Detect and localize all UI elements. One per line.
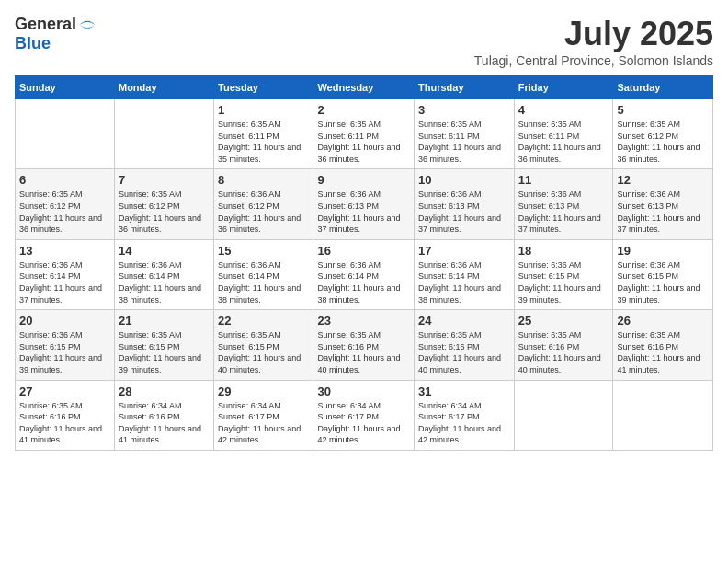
day-info: Sunrise: 6:36 AM Sunset: 6:14 PM Dayligh… (317, 259, 410, 305)
day-number: 22 (218, 314, 309, 327)
day-number: 8 (218, 173, 309, 187)
calendar-day-cell: 29Sunrise: 6:34 AM Sunset: 6:17 PM Dayli… (214, 380, 313, 450)
day-info: Sunrise: 6:34 AM Sunset: 6:17 PM Dayligh… (317, 400, 410, 446)
day-number: 27 (19, 385, 110, 398)
day-number: 9 (317, 173, 410, 187)
calendar-week-row: 1Sunrise: 6:35 AM Sunset: 6:11 PM Daylig… (16, 99, 713, 169)
day-info: Sunrise: 6:34 AM Sunset: 6:16 PM Dayligh… (119, 400, 210, 446)
day-info: Sunrise: 6:36 AM Sunset: 6:15 PM Dayligh… (19, 329, 110, 375)
day-info: Sunrise: 6:35 AM Sunset: 6:12 PM Dayligh… (19, 189, 110, 235)
day-info: Sunrise: 6:35 AM Sunset: 6:15 PM Dayligh… (119, 329, 210, 375)
day-number: 7 (119, 173, 210, 187)
logo-general-text: General (15, 15, 76, 34)
day-number: 21 (119, 314, 210, 327)
calendar-day-cell (16, 99, 115, 169)
calendar-day-cell: 1Sunrise: 6:35 AM Sunset: 6:11 PM Daylig… (214, 99, 313, 169)
day-info: Sunrise: 6:36 AM Sunset: 6:13 PM Dayligh… (518, 189, 609, 235)
month-title: July 2025 (474, 15, 713, 53)
day-number: 4 (518, 103, 609, 117)
day-number: 12 (617, 173, 709, 187)
calendar-day-cell: 10Sunrise: 6:36 AM Sunset: 6:13 PM Dayli… (415, 169, 515, 239)
calendar-table: SundayMondayTuesdayWednesdayThursdayFrid… (15, 75, 713, 451)
calendar-day-cell: 23Sunrise: 6:35 AM Sunset: 6:16 PM Dayli… (313, 310, 415, 380)
day-number: 6 (19, 173, 110, 187)
calendar-day-cell (514, 380, 613, 450)
day-info: Sunrise: 6:35 AM Sunset: 6:16 PM Dayligh… (518, 329, 609, 375)
day-info: Sunrise: 6:36 AM Sunset: 6:13 PM Dayligh… (317, 189, 410, 235)
day-info: Sunrise: 6:36 AM Sunset: 6:13 PM Dayligh… (418, 189, 510, 235)
day-number: 31 (418, 385, 510, 398)
day-number: 19 (617, 244, 709, 258)
day-number: 15 (218, 244, 309, 258)
calendar-day-cell: 21Sunrise: 6:35 AM Sunset: 6:15 PM Dayli… (114, 310, 213, 380)
day-info: Sunrise: 6:35 AM Sunset: 6:16 PM Dayligh… (617, 329, 709, 375)
day-info: Sunrise: 6:36 AM Sunset: 6:14 PM Dayligh… (418, 259, 510, 305)
calendar-day-cell: 31Sunrise: 6:34 AM Sunset: 6:17 PM Dayli… (415, 380, 515, 450)
day-number: 26 (617, 314, 709, 327)
calendar-day-cell: 25Sunrise: 6:35 AM Sunset: 6:16 PM Dayli… (514, 310, 613, 380)
calendar-week-row: 6Sunrise: 6:35 AM Sunset: 6:12 PM Daylig… (16, 169, 713, 239)
day-number: 23 (317, 314, 410, 327)
calendar-day-cell: 28Sunrise: 6:34 AM Sunset: 6:16 PM Dayli… (114, 380, 213, 450)
calendar-day-cell: 14Sunrise: 6:36 AM Sunset: 6:14 PM Dayli… (114, 239, 213, 309)
day-info: Sunrise: 6:34 AM Sunset: 6:17 PM Dayligh… (418, 400, 510, 446)
day-info: Sunrise: 6:35 AM Sunset: 6:16 PM Dayligh… (317, 329, 410, 375)
day-number: 29 (218, 385, 309, 398)
calendar-day-cell: 16Sunrise: 6:36 AM Sunset: 6:14 PM Dayli… (313, 239, 415, 309)
calendar-day-cell: 7Sunrise: 6:35 AM Sunset: 6:12 PM Daylig… (114, 169, 213, 239)
day-number: 25 (518, 314, 609, 327)
day-number: 28 (119, 385, 210, 398)
day-info: Sunrise: 6:35 AM Sunset: 6:16 PM Dayligh… (19, 400, 110, 446)
day-info: Sunrise: 6:36 AM Sunset: 6:14 PM Dayligh… (19, 259, 110, 305)
day-info: Sunrise: 6:36 AM Sunset: 6:14 PM Dayligh… (218, 259, 309, 305)
calendar-day-cell: 15Sunrise: 6:36 AM Sunset: 6:14 PM Dayli… (214, 239, 313, 309)
day-number: 11 (518, 173, 609, 187)
day-of-week-header: Wednesday (313, 76, 415, 99)
day-number: 14 (119, 244, 210, 258)
calendar-day-cell: 2Sunrise: 6:35 AM Sunset: 6:11 PM Daylig… (313, 99, 415, 169)
logo-blue-text: Blue (15, 34, 51, 53)
calendar-week-row: 13Sunrise: 6:36 AM Sunset: 6:14 PM Dayli… (16, 239, 713, 309)
calendar-day-cell: 6Sunrise: 6:35 AM Sunset: 6:12 PM Daylig… (16, 169, 115, 239)
title-section: July 2025 Tulagi, Central Province, Solo… (474, 15, 713, 68)
day-of-week-header: Friday (514, 76, 613, 99)
calendar-day-cell: 18Sunrise: 6:36 AM Sunset: 6:15 PM Dayli… (514, 239, 613, 309)
calendar-day-cell: 22Sunrise: 6:35 AM Sunset: 6:15 PM Dayli… (214, 310, 313, 380)
day-info: Sunrise: 6:36 AM Sunset: 6:12 PM Dayligh… (218, 189, 309, 235)
calendar-day-cell: 19Sunrise: 6:36 AM Sunset: 6:15 PM Dayli… (613, 239, 713, 309)
calendar-day-cell: 3Sunrise: 6:35 AM Sunset: 6:11 PM Daylig… (415, 99, 515, 169)
day-of-week-header: Monday (114, 76, 213, 99)
calendar-day-cell: 4Sunrise: 6:35 AM Sunset: 6:11 PM Daylig… (514, 99, 613, 169)
day-number: 17 (418, 244, 510, 258)
day-info: Sunrise: 6:35 AM Sunset: 6:11 PM Dayligh… (218, 119, 309, 165)
location-subtitle: Tulagi, Central Province, Solomon Island… (474, 53, 713, 68)
page-header: General Blue July 2025 Tulagi, Central P… (15, 15, 713, 68)
calendar-day-cell: 24Sunrise: 6:35 AM Sunset: 6:16 PM Dayli… (415, 310, 515, 380)
day-info: Sunrise: 6:35 AM Sunset: 6:12 PM Dayligh… (119, 189, 210, 235)
day-info: Sunrise: 6:35 AM Sunset: 6:11 PM Dayligh… (418, 119, 510, 165)
calendar-day-cell: 9Sunrise: 6:36 AM Sunset: 6:13 PM Daylig… (313, 169, 415, 239)
day-number: 1 (218, 103, 309, 117)
calendar-day-cell: 30Sunrise: 6:34 AM Sunset: 6:17 PM Dayli… (313, 380, 415, 450)
day-number: 24 (418, 314, 510, 327)
day-info: Sunrise: 6:34 AM Sunset: 6:17 PM Dayligh… (218, 400, 309, 446)
calendar-day-cell: 12Sunrise: 6:36 AM Sunset: 6:13 PM Dayli… (613, 169, 713, 239)
day-info: Sunrise: 6:36 AM Sunset: 6:14 PM Dayligh… (119, 259, 210, 305)
calendar-day-cell: 13Sunrise: 6:36 AM Sunset: 6:14 PM Dayli… (16, 239, 115, 309)
day-of-week-header: Sunday (16, 76, 115, 99)
day-of-week-header: Thursday (415, 76, 515, 99)
calendar-day-cell: 5Sunrise: 6:35 AM Sunset: 6:12 PM Daylig… (613, 99, 713, 169)
day-info: Sunrise: 6:35 AM Sunset: 6:11 PM Dayligh… (317, 119, 410, 165)
calendar-day-cell: 27Sunrise: 6:35 AM Sunset: 6:16 PM Dayli… (16, 380, 115, 450)
logo: General Blue (15, 15, 97, 53)
day-info: Sunrise: 6:36 AM Sunset: 6:15 PM Dayligh… (617, 259, 709, 305)
calendar-week-row: 20Sunrise: 6:36 AM Sunset: 6:15 PM Dayli… (16, 310, 713, 380)
day-number: 3 (418, 103, 510, 117)
day-number: 13 (19, 244, 110, 258)
calendar-day-cell: 8Sunrise: 6:36 AM Sunset: 6:12 PM Daylig… (214, 169, 313, 239)
calendar-day-cell: 20Sunrise: 6:36 AM Sunset: 6:15 PM Dayli… (16, 310, 115, 380)
calendar-day-cell: 26Sunrise: 6:35 AM Sunset: 6:16 PM Dayli… (613, 310, 713, 380)
calendar-day-cell (613, 380, 713, 450)
day-of-week-header: Tuesday (214, 76, 313, 99)
day-of-week-header: Saturday (613, 76, 713, 99)
